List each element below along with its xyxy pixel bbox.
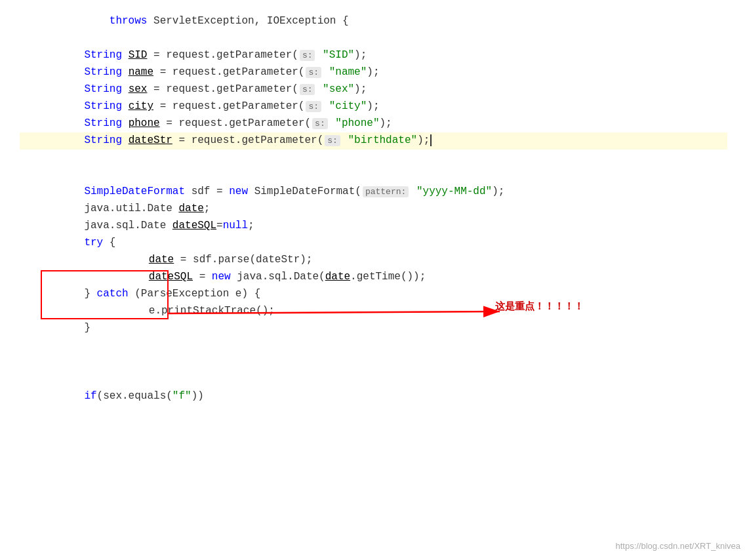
code-line-datesql: java.sql.Date dateSQL=null; [20,218,727,235]
code-line-sid: String SID = request.getParameter(s: "SI… [20,47,727,64]
blank-6 [20,371,727,388]
watermark: https://blog.csdn.net/XRT_knivea [615,540,740,553]
blank-4 [20,337,727,354]
code-line-throws: throws ServletException, IOException { [20,13,727,30]
annotation-comment: 这是重点！！！！！ [495,298,584,316]
code-line-sdf: SimpleDateFormat sdf = new SimpleDateFor… [20,184,727,201]
blank-5 [20,354,727,371]
code-line-name: String name = request.getParameter(s: "n… [20,64,727,81]
throws-keyword: throws ServletException, IOException { [59,13,349,30]
code-line-if: if(sex.equals("f")) [20,388,727,405]
code-line-city: String city = request.getParameter(s: "c… [20,98,727,115]
code-line-date: java.util.Date date; [20,201,727,218]
blank-1 [20,30,727,47]
blank-3 [20,167,727,184]
code-line-parse: date = sdf.parse(dateStr); [20,252,727,269]
code-line-sex: String sex = request.getParameter(s: "se… [20,81,727,98]
code-line-close-try: } [20,320,727,337]
blank-2 [20,150,727,167]
code-line-phone: String phone = request.getParameter(s: "… [20,115,727,132]
code-line-stacktrace: e.printStackTrace(); [20,303,727,320]
code-line-datesql-assign: dateSQL = new java.sql.Date(date.getTime… [20,269,727,286]
code-line-catch: } catch (ParseException e) { [20,286,727,303]
code-line-try: try { [20,235,727,252]
code-line-datestr: String dateStr = request.getParameter(s:… [20,132,727,150]
code-container: throws ServletException, IOException { S… [0,0,747,560]
